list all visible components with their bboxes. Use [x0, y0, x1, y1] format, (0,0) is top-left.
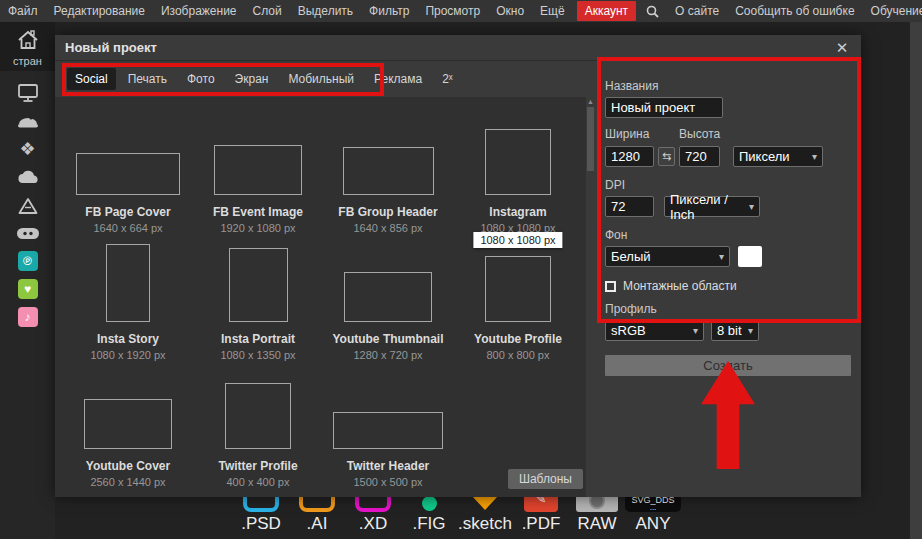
template-thumbnail [344, 272, 432, 322]
template-item[interactable]: Twitter Profile400 x 400 px [193, 363, 323, 490]
format-label: .XD [359, 514, 387, 534]
template-item[interactable]: Twitter Header1500 x 500 px [323, 363, 453, 490]
menu-item-выделить[interactable]: Выделить [290, 0, 361, 22]
menu-item-сообщить-об-ошибке[interactable]: Сообщить об ошибке [727, 0, 862, 22]
tab-реклама[interactable]: Реклама [366, 68, 430, 90]
account-button[interactable]: Аккаунт [577, 1, 636, 21]
menu-item-файл[interactable]: Файл [0, 0, 46, 22]
template-dims: 1640 x 856 px [353, 222, 422, 234]
background-color-swatch[interactable] [738, 246, 762, 267]
project-name-input[interactable] [605, 97, 723, 118]
width-input[interactable] [605, 146, 654, 167]
template-thumbnail [106, 244, 150, 322]
template-item[interactable]: Youtube Cover2560 x 1440 px [63, 363, 193, 490]
background-label: Фон [605, 228, 851, 242]
templates-button[interactable]: Шаблоны [508, 469, 583, 489]
chevron-down-icon: ▾ [687, 325, 698, 336]
chevron-down-icon: ▾ [742, 325, 753, 336]
search-button[interactable] [640, 5, 665, 18]
tab-фото[interactable]: Фото [179, 68, 223, 90]
sidebar-item-more-services[interactable] [0, 219, 55, 247]
tab-2ˣ[interactable]: 2ˣ [434, 68, 461, 90]
format-label: .PDF [522, 514, 561, 534]
sidebar-item-device[interactable] [0, 79, 55, 107]
menu-item-изображение[interactable]: Изображение [153, 0, 245, 22]
template-item[interactable]: FB Group Header1640 x 856 px [323, 109, 453, 236]
template-name: Youtube Thumbnail [332, 332, 443, 346]
name-label: Названия [605, 79, 851, 93]
template-name: FB Page Cover [85, 205, 170, 219]
profile-select[interactable]: sRGB ▾ [605, 320, 704, 341]
tab-мобильный[interactable]: Мобильный [280, 68, 362, 90]
dpi-input[interactable] [605, 196, 654, 217]
template-name: Insta Portrait [221, 332, 295, 346]
template-item[interactable]: Instagram1080 x 1080 px1080 x 1080 px [453, 109, 583, 236]
menu-item-слой[interactable]: Слой [245, 0, 290, 22]
template-name: Insta Story [97, 332, 159, 346]
template-name: Twitter Profile [218, 459, 297, 473]
search-icon [646, 5, 659, 18]
menu-item-о-сайте[interactable]: О сайте [667, 0, 727, 22]
menu-item-просмотр[interactable]: Просмотр [417, 0, 488, 22]
dialog-header: Новый проект ✕ [55, 35, 861, 61]
sidebar-item-green-app[interactable]: ♥ [0, 275, 55, 303]
sidebar-item-dropbox[interactable]: ❖ [0, 135, 55, 163]
sidebar-item-onedrive[interactable] [0, 163, 55, 191]
sidebar-item-pink-app[interactable]: ♪ [0, 303, 55, 331]
close-icon[interactable]: ✕ [833, 39, 851, 57]
format-label: .FIG [412, 514, 445, 534]
tab-social[interactable]: Social [67, 68, 116, 90]
sidebar-item-home[interactable]: стран [0, 22, 55, 71]
template-item[interactable]: FB Event Image1920 x 1080 px [193, 109, 323, 236]
height-input[interactable] [679, 146, 720, 167]
menu-item-фильтр[interactable]: Фильтр [361, 0, 417, 22]
format-label: .PSD [241, 514, 281, 534]
menu-item-окно[interactable]: Окно [488, 0, 532, 22]
background-select[interactable]: Белый ▾ [605, 246, 730, 267]
template-name: Instagram [489, 205, 546, 219]
template-name: Twitter Header [347, 459, 429, 473]
dpi-units-select[interactable]: Пиксели / Inch ▾ [664, 196, 760, 217]
template-dims: 800 x 800 px [487, 349, 550, 361]
template-item[interactable]: Insta Portrait1080 x 1350 px [193, 236, 323, 363]
template-thumbnail [229, 248, 288, 322]
swap-dimensions-icon[interactable]: ⇆ [658, 147, 675, 166]
template-thumbnail-wrap [453, 109, 583, 195]
template-scrollbar[interactable]: ▲ [586, 97, 595, 497]
menu-item-обучение[interactable]: Обучение [863, 0, 922, 22]
menu-item-ещё[interactable]: Ещё [532, 0, 573, 22]
right-panel-edge [910, 22, 922, 539]
format-label: .sketch [458, 514, 512, 534]
sidebar-item-google-drive[interactable] [0, 191, 55, 219]
format-label: RAW [577, 514, 616, 534]
scrollbar-thumb[interactable] [587, 107, 594, 171]
template-thumbnail-wrap [193, 236, 323, 322]
template-dims: 1920 x 1080 px [220, 222, 295, 234]
pink-app-icon: ♪ [18, 307, 38, 327]
bit-depth-select[interactable]: 8 bit ▾ [711, 320, 759, 341]
template-dims: 1640 x 664 px [93, 222, 162, 234]
artboards-label: Монтажные области [623, 279, 737, 293]
template-thumbnail-wrap [63, 236, 193, 322]
scrollbar-up-icon[interactable]: ▲ [586, 97, 595, 106]
tab-экран[interactable]: Экран [227, 68, 277, 90]
chevron-down-icon: ▾ [743, 201, 754, 212]
dropbox-icon: ❖ [19, 138, 35, 160]
template-name: Youtube Profile [474, 332, 562, 346]
template-thumbnail [343, 147, 434, 195]
template-item[interactable]: Insta Story1080 x 1920 px [63, 236, 193, 363]
onedrive-cloud-icon [16, 169, 40, 185]
sidebar-item-photopea[interactable]: ℗ [0, 247, 55, 275]
google-drive-icon [17, 196, 39, 215]
template-item[interactable]: Youtube Thumbnail1280 x 720 px [323, 236, 453, 363]
sidebar-item-templates[interactable] [0, 107, 55, 135]
format-label: ANY [636, 514, 671, 534]
width-label: Ширина [605, 127, 675, 141]
menu-item-редактирование[interactable]: Редактирование [46, 0, 153, 22]
template-item[interactable]: FB Page Cover1640 x 664 px [63, 109, 193, 236]
template-thumbnail-wrap [63, 109, 193, 195]
artboards-checkbox[interactable] [605, 281, 616, 292]
units-select[interactable]: Пиксели ▾ [733, 146, 823, 167]
template-item[interactable]: Youtube Profile800 x 800 px [453, 236, 583, 363]
tab-печать[interactable]: Печать [120, 68, 175, 90]
